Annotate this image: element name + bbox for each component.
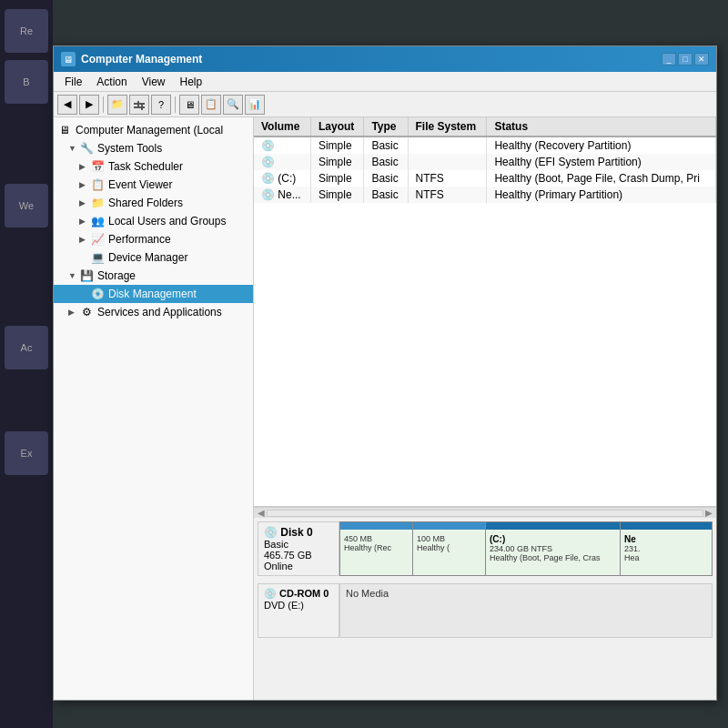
cell-layout-3: Simple <box>310 170 363 187</box>
clipboard-button[interactable]: 📋 <box>201 95 221 115</box>
desktop-sidebar: Re B We Ac Ex <box>0 0 53 728</box>
shared-folders-label: Shared Folders <box>108 197 183 209</box>
tree-item-shared-folders[interactable]: ▶ 📁 Shared Folders <box>54 194 253 212</box>
disk-management-icon: 💿 <box>90 287 105 301</box>
expand-storage: ▼ <box>68 271 77 280</box>
table-row[interactable]: 💿 Ne... Simple Basic NTFS Healthy (Prima… <box>254 187 716 203</box>
partition-efi[interactable]: 100 MB Healthy ( <box>413 522 486 575</box>
disk-0-type: Basic <box>264 539 333 550</box>
computer-button[interactable]: 🖥 <box>179 95 199 115</box>
window-controls: _ □ ✕ <box>662 53 709 66</box>
disk-icon: 💿 <box>264 526 278 539</box>
menu-help[interactable]: Help <box>173 74 210 89</box>
col-filesystem[interactable]: File System <box>408 117 487 136</box>
partition-new-size: 231. <box>624 544 708 553</box>
tree-item-local-users[interactable]: ▶ 👥 Local Users and Groups <box>54 212 253 230</box>
svg-rect-1 <box>134 106 145 108</box>
scroll-bar[interactable]: ◀ ▶ <box>254 507 716 518</box>
volume-list: Volume Layout Type File System Status 💿 <box>254 117 716 203</box>
root-icon: 🖥 <box>57 123 72 137</box>
storage-label: Storage <box>97 269 136 282</box>
desktop-label-b: B <box>23 76 29 87</box>
disk-0-status: Online <box>264 561 333 571</box>
cd-content: No Media <box>339 583 713 638</box>
partition-c-name: (C:) <box>490 534 616 544</box>
cell-layout-4: Simple <box>310 187 363 203</box>
performance-icon: 📈 <box>90 232 105 247</box>
cd-rom-title: 💿 CD-ROM 0 <box>264 588 333 600</box>
menu-view[interactable]: View <box>135 74 173 89</box>
col-status[interactable]: Status <box>487 117 716 136</box>
close-button[interactable]: ✕ <box>694 53 709 66</box>
services-apps-icon: ⚙ <box>79 305 94 319</box>
settings-button[interactable] <box>129 95 149 115</box>
partition-c-status: Healthy (Boot, Page File, Cras <box>490 553 616 562</box>
desktop-icon-re[interactable]: Re <box>5 9 48 53</box>
expand-event-viewer: ▶ <box>79 180 88 189</box>
cell-volume-3: 💿 (C:) <box>254 170 310 187</box>
tree-item-task-scheduler[interactable]: ▶ 📅 Task Scheduler <box>54 157 253 176</box>
minimize-button[interactable]: _ <box>662 53 676 66</box>
tree-item-event-viewer[interactable]: ▶ 📋 Event Viewer <box>54 176 253 194</box>
expand-services-apps: ▶ <box>68 308 77 317</box>
task-scheduler-icon: 📅 <box>90 159 105 174</box>
chart-button[interactable]: 📊 <box>245 95 265 115</box>
cell-status-3: Healthy (Boot, Page File, Crash Dump, Pr… <box>487 170 716 187</box>
task-scheduler-label: Task Scheduler <box>108 160 183 173</box>
tree-item-services-apps[interactable]: ▶ ⚙ Services and Applications <box>54 303 253 321</box>
desktop-label-we: We <box>19 200 34 211</box>
menu-file[interactable]: File <box>57 74 89 89</box>
cd-media-status: No Media <box>346 588 389 599</box>
system-tools-icon: 🔧 <box>79 141 94 156</box>
col-volume[interactable]: Volume <box>254 117 310 136</box>
local-users-icon: 👥 <box>90 214 105 228</box>
desktop-label-ac: Ac <box>21 342 33 353</box>
right-panel: Volume Layout Type File System Status 💿 <box>254 117 716 700</box>
disk-0-size: 465.75 GB <box>264 550 333 561</box>
disk-0-label: 💿 Disk 0 Basic 465.75 GB Online <box>258 521 339 576</box>
cd-rom-label: 💿 CD-ROM 0 DVD (E:) <box>258 583 339 638</box>
partition-c[interactable]: (C:) 234.00 GB NTFS Healthy (Boot, Page … <box>486 522 621 575</box>
partition-efi-status: Healthy ( <box>417 543 481 552</box>
col-type[interactable]: Type <box>364 117 408 136</box>
window-icon: 🖥 <box>61 52 76 66</box>
partition-new[interactable]: Ne 231. Hea <box>621 522 712 575</box>
table-row[interactable]: 💿 Simple Basic Healthy (Recovery Partiti… <box>254 136 716 154</box>
maximize-button[interactable]: □ <box>678 53 693 66</box>
desktop-icon-ac[interactable]: Ac <box>5 326 48 369</box>
tree-item-disk-management[interactable]: 💿 Disk Management <box>54 285 253 303</box>
desktop-icon-we[interactable]: We <box>5 184 48 228</box>
table-row[interactable]: 💿 Simple Basic Healthy (EFI System Parti… <box>254 154 716 170</box>
cell-type-3: Basic <box>364 170 408 187</box>
cell-volume-2: 💿 <box>254 154 310 170</box>
search-button[interactable]: 🔍 <box>223 95 243 115</box>
system-tools-label: System Tools <box>97 142 162 155</box>
table-row[interactable]: 💿 (C:) Simple Basic NTFS Healthy (Boot, … <box>254 170 716 187</box>
back-button[interactable]: ◀ <box>57 95 77 115</box>
menu-action[interactable]: Action <box>89 74 134 89</box>
tree-item-device-manager[interactable]: 💻 Device Manager <box>54 248 253 267</box>
cd-rom-0-row: 💿 CD-ROM 0 DVD (E:) No Media <box>258 583 713 638</box>
tree-item-storage[interactable]: ▼ 💾 Storage <box>54 267 253 285</box>
tree-root[interactable]: 🖥 Computer Management (Local <box>54 121 253 139</box>
event-viewer-label: Event Viewer <box>108 178 172 191</box>
cell-layout-2: Simple <box>310 154 363 170</box>
desktop-icon-b[interactable]: B <box>5 60 48 104</box>
device-manager-icon: 💻 <box>90 250 105 265</box>
forward-button[interactable]: ▶ <box>79 95 99 115</box>
folder-button[interactable]: 📁 <box>107 95 127 115</box>
cd-icon: 💿 <box>264 588 277 599</box>
volume-icon-2: 💿 <box>261 156 275 168</box>
toolbar: ◀ ▶ 📁 ? 🖥 📋 🔍 📊 <box>54 92 716 117</box>
tree-item-performance[interactable]: ▶ 📈 Performance <box>54 230 253 248</box>
col-layout[interactable]: Layout <box>310 117 363 136</box>
desktop-icon-ex[interactable]: Ex <box>5 431 48 475</box>
storage-icon: 💾 <box>79 268 94 283</box>
tree-item-system-tools[interactable]: ▼ 🔧 System Tools <box>54 139 253 157</box>
help-button[interactable]: ? <box>151 95 171 115</box>
cell-type-2: Basic <box>364 154 408 170</box>
menu-bar: File Action View Help <box>54 72 716 92</box>
partition-recovery[interactable]: 450 MB Healthy (Rec <box>340 522 413 575</box>
expand-performance: ▶ <box>79 235 88 244</box>
disk-0-partitions: 450 MB Healthy (Rec 100 MB Healthy ( <box>339 521 713 576</box>
